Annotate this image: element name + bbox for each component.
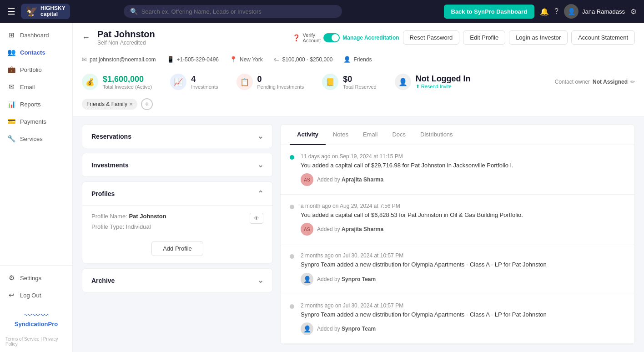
view-profile-button[interactable]: 👁	[250, 213, 263, 224]
contact-owner-row: Contact owner Not Assigned ✏	[555, 79, 635, 85]
activity-time: 2 months ago on Jul 30, 2024 at 10:57 PM	[301, 252, 625, 259]
sidebar-label-payments: Payments	[20, 118, 46, 125]
activity-text: Synpro Team added a new distribution for…	[301, 311, 625, 319]
reports-icon: 📊	[7, 100, 15, 108]
tag-label: Friends & Family	[86, 101, 127, 107]
top-nav: ☰ 🦅 HIGHSKYcapital 🔍 Back to SynPro Dash…	[0, 0, 644, 23]
profiles-label: Profiles	[91, 190, 115, 197]
tab-email[interactable]: Email	[356, 125, 385, 145]
reserved-label: Total Reserved	[343, 84, 376, 90]
stat-pending: 📋 0 Pending Investments	[236, 74, 304, 90]
profiles-header[interactable]: Profiles ⌃	[82, 182, 272, 205]
activity-text: You added a capital call of $29,716.98 f…	[301, 161, 625, 170]
chevron-down-icon: ⌄	[257, 276, 263, 285]
sidebar-item-dashboard[interactable]: ⊞ Dashboard	[0, 26, 72, 44]
account-statement-button[interactable]: Account Statement	[571, 30, 635, 45]
investor-investment-item: 🏷 $100,000 - $250,000	[274, 56, 333, 63]
pending-label: Pending Investments	[257, 84, 304, 90]
investor-name: Pat Johnston	[97, 29, 155, 40]
sidebar-item-services[interactable]: 🔧 Services	[0, 130, 72, 147]
sidebar-label-portfolio: Portfolio	[20, 66, 42, 73]
archive-label: Archive	[91, 277, 115, 284]
activity-item: a month ago on Aug 29, 2024 at 7:56 PM Y…	[281, 195, 634, 244]
total-invested-value: $1,600,000	[103, 75, 152, 84]
stats-row: 💰 $1,600,000 Total Invested (Active) 📈 4…	[82, 67, 635, 95]
tab-activity[interactable]: Activity	[290, 125, 326, 145]
nav-right: Back to SynPro Dashboard 🔔 ? 👤 Jana Rama…	[444, 4, 637, 19]
investor-info-bar: ✉ pat.johnston@noemail.com 📱 +1-505-329-…	[82, 51, 635, 67]
back-button[interactable]: ←	[82, 33, 90, 42]
sidebar-item-contacts[interactable]: 👥 Contacts	[0, 44, 72, 61]
terms-link[interactable]: Terms of Service	[5, 337, 39, 342]
tag-friends-family: Friends & Family ×	[82, 99, 137, 110]
login-value: Not Logged In	[416, 74, 471, 84]
investments-label: Investments	[191, 84, 218, 90]
contacts-icon: 👥	[7, 48, 15, 56]
tag-remove-icon[interactable]: ×	[129, 101, 133, 108]
hamburger-icon[interactable]: ☰	[7, 6, 15, 17]
help-icon[interactable]: ?	[554, 7, 558, 15]
reservations-label: Reservations	[91, 133, 131, 140]
logo-text: HIGHSKYcapital	[40, 5, 65, 17]
sidebar-item-payments[interactable]: 💳 Payments	[0, 113, 72, 130]
resend-invite-link[interactable]: ⬆ Resend Invite	[416, 84, 471, 90]
investments-accordion: Investments ⌄	[82, 153, 273, 177]
sidebar-label-logout: Log Out	[20, 292, 41, 299]
activity-avatar: AS	[301, 173, 313, 186]
reservations-header[interactable]: Reservations ⌄	[82, 125, 272, 148]
reserved-value: $0	[343, 75, 376, 84]
search-icon: 🔍	[130, 8, 138, 15]
sidebar-item-portfolio[interactable]: 💼 Portfolio	[0, 61, 72, 78]
activity-content: a month ago on Aug 29, 2024 at 7:56 PM Y…	[301, 203, 625, 236]
reset-password-button[interactable]: Reset Password	[403, 30, 460, 45]
investments-header[interactable]: Investments ⌄	[82, 153, 272, 176]
sidebar-item-logout[interactable]: ↩ Log Out	[0, 287, 72, 304]
activity-added-by: Added by Aprajita Sharma	[317, 176, 383, 183]
login-as-investor-button[interactable]: Login as Investor	[509, 30, 568, 45]
tab-notes[interactable]: Notes	[326, 125, 356, 145]
settings-icon: ⚙	[7, 274, 15, 282]
activity-added-by: Added by Aprajita Sharma	[317, 226, 383, 232]
profile-type-field: Profile Type: Individual	[91, 223, 166, 230]
manage-accreditation-link[interactable]: Manage Accreditation	[342, 35, 399, 41]
profile-name-field: Profile Name: Pat Johnston	[91, 213, 166, 220]
activity-user: AS Added by Aprajita Sharma	[301, 173, 625, 186]
edit-owner-icon[interactable]: ✏	[630, 79, 635, 85]
search-input[interactable]	[141, 8, 336, 15]
sidebar-item-email[interactable]: ✉ Email	[0, 78, 72, 96]
verify-toggle[interactable]	[323, 33, 340, 42]
stat-total-invested: 💰 $1,600,000 Total Invested (Active)	[82, 74, 152, 90]
tab-docs[interactable]: Docs	[385, 125, 413, 145]
activity-user: 👤 Added by Synpro Team	[301, 273, 625, 286]
add-tag-button[interactable]: +	[141, 98, 153, 110]
tags-row: Friends & Family × +	[82, 95, 635, 116]
notification-icon[interactable]: 🔔	[540, 7, 549, 16]
sidebar-label-services: Services	[20, 136, 43, 142]
edit-profile-button[interactable]: Edit Profile	[463, 30, 505, 45]
reserved-icon: 📒	[322, 74, 338, 90]
archive-header[interactable]: Archive ⌄	[82, 269, 272, 292]
verify-account-group: ❓ Verify Account Manage Accreditation	[292, 32, 399, 43]
verify-label: Verify Account	[303, 32, 321, 43]
pending-value: 0	[257, 75, 304, 84]
sidebar-label-email: Email	[20, 84, 35, 91]
dashboard-icon: ⊞	[7, 31, 15, 39]
sidebar-item-reports[interactable]: 📊 Reports	[0, 96, 72, 113]
user-settings-icon[interactable]: ⚙	[630, 7, 637, 16]
profiles-accordion: Profiles ⌃ Profile Name: Pat Johnston Pr…	[82, 181, 273, 264]
activity-added-by: Added by Synpro Team	[317, 326, 376, 332]
right-panel: Activity Notes Email Docs Distributions …	[280, 124, 635, 345]
sidebar-item-settings[interactable]: ⚙ Settings	[0, 269, 72, 287]
investment-icon: 🏷	[274, 56, 280, 63]
email-icon: ✉	[7, 83, 15, 91]
services-icon: 🔧	[7, 135, 15, 143]
investor-investment: $100,000 - $250,000	[282, 56, 333, 63]
total-invested-icon: 💰	[82, 74, 98, 90]
contact-owner-label: Contact owner	[555, 79, 590, 85]
tabs-bar: Activity Notes Email Docs Distributions	[281, 125, 634, 145]
profiles-body: Profile Name: Pat Johnston Profile Type:…	[82, 205, 272, 263]
location-icon: 📍	[230, 56, 237, 63]
tab-distributions[interactable]: Distributions	[413, 125, 460, 145]
add-profile-button[interactable]: Add Profile	[151, 241, 203, 256]
back-to-dashboard-button[interactable]: Back to SynPro Dashboard	[444, 5, 535, 19]
